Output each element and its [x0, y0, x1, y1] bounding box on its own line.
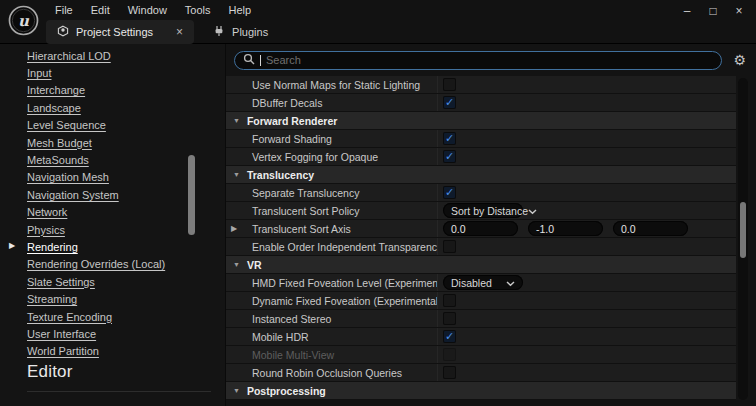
checkbox-dbuffer-decals[interactable]: ✓: [443, 96, 456, 109]
settings-gear-icon[interactable]: ⚙: [731, 53, 748, 67]
sidebar-item-world-partition[interactable]: World Partition: [27, 343, 225, 360]
setting-control: Disabled: [438, 274, 736, 291]
sidebar-item-rendering-overrides-local[interactable]: Rendering Overrides (Local): [27, 256, 225, 273]
setting-control: ✓: [438, 94, 736, 111]
checkbox-round-robin-occlusion-queries[interactable]: [443, 366, 456, 379]
sidebar-item-mesh-budget[interactable]: Mesh Budget: [27, 134, 225, 151]
settings-scrollbar-track[interactable]: [738, 78, 748, 400]
tab-project-settings[interactable]: Project Settings ×: [46, 20, 194, 44]
sidebar-item-label: Mesh Budget: [27, 137, 92, 149]
tab-close-icon[interactable]: ×: [176, 26, 183, 38]
setting-label: Forward Shading: [226, 130, 438, 147]
section-header-translucency[interactable]: ▼Translucency: [226, 166, 736, 184]
section-header-vr[interactable]: ▼VR: [226, 256, 736, 274]
section-header-forward-renderer[interactable]: ▼Forward Renderer: [226, 112, 736, 130]
search-box[interactable]: [234, 51, 722, 70]
dropdown-value: Disabled: [451, 277, 492, 289]
search-row: ⚙: [226, 44, 756, 76]
sidebar-scrollbar-thumb[interactable]: [188, 155, 195, 235]
setting-control: ✓: [438, 148, 736, 165]
setting-row-enable-order-independent-transparency-experimental: Enable Order Independent Transparency (E…: [226, 238, 736, 256]
sidebar-footer: Editor: [27, 362, 211, 392]
setting-row-translucent-sort-policy: Translucent Sort PolicySort by Distance: [226, 202, 736, 220]
setting-label: Enable Order Independent Transparency (E…: [226, 238, 438, 255]
menu-tools[interactable]: Tools: [176, 4, 220, 16]
settings-scrollbar-thumb[interactable]: [740, 202, 746, 258]
vector-field-1-translucent-sort-axis[interactable]: -1.0: [528, 221, 603, 236]
sidebar-item-label: Level Sequence: [27, 119, 106, 131]
sidebar-item-metasounds[interactable]: MetaSounds: [27, 151, 225, 168]
setting-control: [438, 76, 736, 93]
sidebar-item-streaming[interactable]: Streaming: [27, 290, 225, 307]
sidebar-item-navigation-system[interactable]: Navigation System: [27, 186, 225, 203]
tab-label: Project Settings: [76, 26, 153, 38]
checkbox-instanced-stereo[interactable]: [443, 312, 456, 325]
sidebar-item-label: Interchange: [27, 84, 85, 96]
menu-help[interactable]: Help: [220, 4, 261, 16]
sidebar-item-level-sequence[interactable]: Level Sequence: [27, 117, 225, 134]
close-button[interactable]: ×: [726, 1, 752, 21]
chevron-down-icon: [506, 277, 515, 289]
main-content: Hierarchical LODInputInterchangeLandscap…: [0, 44, 756, 406]
setting-label: Vertex Fogging for Opaque: [226, 148, 438, 165]
sidebar-item-label: Hierarchical LOD: [27, 50, 111, 62]
sidebar-item-texture-encoding[interactable]: Texture Encoding: [27, 308, 225, 325]
sidebar-item-network[interactable]: Network: [27, 204, 225, 221]
section-header-postprocessing[interactable]: ▼Postprocessing: [226, 382, 736, 400]
chevron-down-icon: [528, 205, 537, 217]
checkbox-dynamic-fixed-foveation-experimental[interactable]: [443, 294, 456, 307]
setting-row-hmd-fixed-foveation-level-experimental: HMD Fixed Foveation Level (Experimental)…: [226, 274, 736, 292]
sidebar-item-rendering[interactable]: ▶Rendering: [27, 238, 225, 255]
checkbox-vertex-fogging-for-opaque[interactable]: ✓: [443, 150, 456, 163]
sidebar-item-label: Slate Settings: [27, 276, 95, 288]
checkbox-separate-translucency[interactable]: ✓: [443, 186, 456, 199]
sidebar-item-label: Texture Encoding: [27, 311, 112, 323]
editor-section-heading: Editor: [27, 362, 211, 382]
menu-window[interactable]: Window: [119, 4, 176, 16]
sidebar-item-user-interface[interactable]: User Interface: [27, 325, 225, 342]
unreal-project-settings-window: u FileEditWindowToolsHelp – □ × Project …: [0, 0, 756, 406]
setting-control: ✓: [438, 184, 736, 201]
setting-row-forward-shading: Forward Shading✓: [226, 130, 736, 148]
vector-field-2-translucent-sort-axis[interactable]: 0.0: [613, 221, 688, 236]
dropdown-hmd-fixed-foveation-level-experimental[interactable]: Disabled: [443, 275, 523, 290]
setting-control: Sort by Distance: [438, 202, 736, 219]
setting-row-separate-translucency: Separate Translucency✓: [226, 184, 736, 202]
setting-label: Use Normal Maps for Static Lighting: [226, 76, 438, 93]
menu-file[interactable]: File: [46, 4, 82, 16]
setting-row-translucent-sort-axis: ▶Translucent Sort Axis0.0-1.00.0: [226, 220, 736, 238]
setting-label: Mobile HDR: [226, 328, 438, 345]
sidebar-item-hierarchical-lod[interactable]: Hierarchical LOD: [27, 47, 225, 64]
sidebar-item-slate-settings[interactable]: Slate Settings: [27, 273, 225, 290]
setting-control: [438, 292, 736, 309]
setting-label: Mobile Multi-View: [226, 346, 438, 363]
sidebar-item-navigation-mesh[interactable]: Navigation Mesh: [27, 169, 225, 186]
setting-label: HMD Fixed Foveation Level (Experimental): [226, 274, 438, 291]
setting-row-vertex-fogging-for-opaque: Vertex Fogging for Opaque✓: [226, 148, 736, 166]
setting-control: [438, 238, 736, 255]
vector-field-0-translucent-sort-axis[interactable]: 0.0: [443, 221, 518, 236]
checkbox-enable-order-independent-transparency-experimental[interactable]: [443, 240, 456, 253]
settings-rows: Use Normal Maps for Static LightingDBuff…: [226, 76, 736, 400]
setting-control: [438, 364, 736, 381]
setting-row-dbuffer-decals: DBuffer Decals✓: [226, 94, 736, 112]
checkbox-use-normal-maps-for-static-lighting[interactable]: [443, 78, 456, 91]
checkbox-forward-shading[interactable]: ✓: [443, 132, 456, 145]
sidebar-item-landscape[interactable]: Landscape: [27, 99, 225, 116]
setting-control: ✓: [438, 130, 736, 147]
tab-plugins[interactable]: Plugins: [202, 20, 279, 44]
sidebar-item-physics[interactable]: Physics: [27, 221, 225, 238]
minimize-button[interactable]: –: [674, 1, 700, 21]
setting-label: Separate Translucency: [226, 184, 438, 201]
sidebar-item-input[interactable]: Input: [27, 64, 225, 81]
sidebar-item-interchange[interactable]: Interchange: [27, 82, 225, 99]
maximize-button[interactable]: □: [700, 1, 726, 21]
dropdown-translucent-sort-policy[interactable]: Sort by Distance: [443, 203, 523, 218]
menu-edit[interactable]: Edit: [82, 4, 119, 16]
checkmark-icon: ✓: [445, 187, 454, 198]
checkbox-mobile-hdr[interactable]: ✓: [443, 330, 456, 343]
project-settings-icon: [57, 25, 69, 39]
search-input[interactable]: [266, 54, 713, 66]
expand-arrow-icon[interactable]: ▶: [231, 224, 237, 233]
collapse-arrow-icon: ▼: [233, 387, 240, 394]
